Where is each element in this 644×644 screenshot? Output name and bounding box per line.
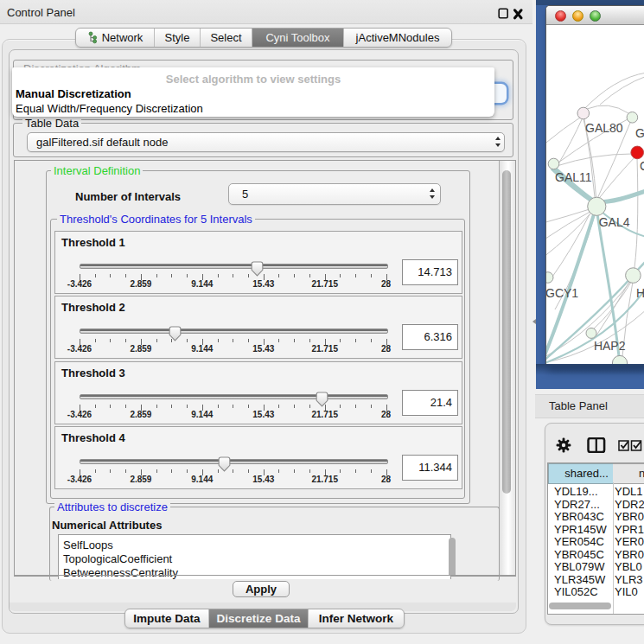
svg-text:GCY1: GCY1	[546, 286, 578, 300]
svg-text:C: C	[640, 159, 644, 173]
svg-text:GAL11: GAL11	[555, 170, 592, 184]
svg-text:HAP2: HAP2	[594, 339, 626, 353]
svg-text:H: H	[636, 286, 644, 300]
svg-text:GAL4: GAL4	[599, 215, 630, 229]
svg-text:GA: GA	[635, 126, 644, 140]
svg-text:GAL80: GAL80	[585, 121, 623, 135]
